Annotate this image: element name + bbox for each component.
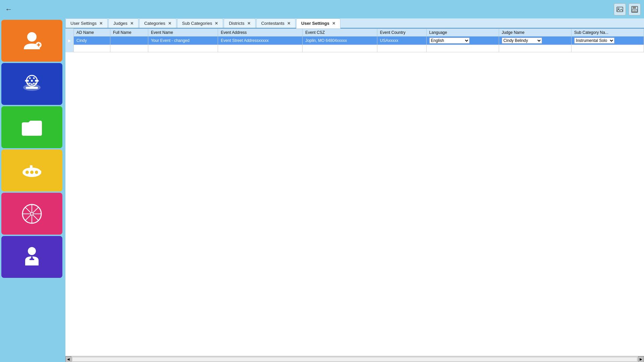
tab-close-sub-categories[interactable]: ✕ — [215, 21, 218, 26]
row-arrow — [65, 45, 74, 52]
cell-event-address[interactable] — [218, 45, 303, 52]
top-right-icons — [614, 3, 641, 15]
svg-point-18 — [31, 83, 33, 85]
sidebar-item-contestants[interactable] — [1, 236, 62, 278]
col-full-name: Full Name — [110, 29, 148, 37]
col-arrow — [65, 29, 74, 37]
svg-rect-0 — [617, 7, 623, 12]
cell-ad-name[interactable] — [74, 45, 110, 52]
svg-point-27 — [30, 171, 34, 174]
svg-rect-10 — [26, 87, 38, 89]
col-event-country: Event Country — [377, 29, 426, 37]
svg-point-20 — [25, 80, 27, 81]
cell-sub-category-name[interactable] — [571, 45, 644, 52]
tab-close-contestants[interactable]: ✕ — [287, 21, 290, 26]
svg-point-37 — [28, 247, 36, 255]
cell-event-name[interactable]: Your Event - changed — [148, 37, 218, 45]
cell-sub-category-name[interactable]: Instrumental Solo — [571, 37, 644, 45]
cell-full-name[interactable] — [110, 45, 148, 52]
svg-point-28 — [35, 171, 38, 174]
cell-full-name[interactable] — [110, 37, 148, 45]
table-container[interactable]: AD Name Full Name Event Name Event Addre… — [65, 28, 644, 356]
judge-name-select[interactable]: Cindy Belindy — [502, 38, 542, 44]
row-arrow: ▶ — [65, 37, 74, 45]
tab-close-user-settings-2[interactable]: ✕ — [332, 21, 335, 26]
cell-judge-name[interactable] — [499, 45, 571, 52]
col-sub-category-name: Sub Category Na... — [571, 29, 644, 37]
sidebar-item-user-settings[interactable] — [1, 20, 62, 62]
col-event-address: Event Address — [218, 29, 303, 37]
svg-point-17 — [27, 82, 29, 84]
col-judge-name: Judge Name — [499, 29, 571, 37]
tab-user-settings-1[interactable]: User Settings ✕ — [65, 18, 108, 28]
sidebar-item-sub-categories[interactable] — [1, 149, 62, 191]
svg-point-36 — [31, 213, 33, 215]
svg-point-8 — [38, 44, 40, 46]
svg-point-16 — [33, 77, 35, 79]
top-bar: ← — [0, 0, 644, 18]
cell-ad-name[interactable]: Cindy — [74, 37, 110, 45]
svg-point-13 — [31, 80, 33, 82]
tab-districts[interactable]: Districts ✕ — [224, 18, 255, 28]
col-event-csz: Event CSZ — [303, 29, 377, 37]
tab-categories[interactable]: Categories ✕ — [139, 18, 176, 28]
scroll-left-arrow[interactable]: ◀ — [65, 356, 71, 362]
svg-rect-38 — [30, 259, 34, 260]
main-content: User Settings ✕ Judges ✕ Categories ✕ Su… — [65, 18, 644, 362]
tab-close-categories[interactable]: ✕ — [168, 21, 171, 26]
svg-point-15 — [29, 77, 31, 79]
cell-event-country[interactable]: USAxxxxx — [377, 37, 426, 45]
table-header-row: AD Name Full Name Event Name Event Addre… — [65, 29, 644, 37]
table-row[interactable]: ▶ Cindy Your Event - changed Event Stree… — [65, 37, 644, 45]
cell-judge-name[interactable]: Cindy Belindy — [499, 37, 571, 45]
scroll-track[interactable] — [72, 357, 637, 362]
svg-point-12 — [27, 80, 29, 82]
svg-rect-29 — [38, 171, 41, 173]
table-row[interactable] — [65, 45, 644, 52]
svg-point-14 — [35, 80, 37, 82]
sidebar-item-judges[interactable] — [1, 63, 62, 105]
cell-event-address[interactable]: Event Street Addressxxxxx — [218, 37, 303, 45]
cell-event-csz[interactable] — [303, 45, 377, 52]
svg-rect-5 — [633, 10, 636, 11]
sidebar-item-categories[interactable] — [1, 106, 62, 148]
col-event-name: Event Name — [148, 29, 218, 37]
svg-point-21 — [37, 80, 39, 81]
svg-rect-25 — [30, 165, 33, 170]
svg-point-26 — [25, 171, 29, 174]
cell-event-name[interactable] — [148, 45, 218, 52]
sub-category-select[interactable]: Instrumental Solo — [574, 38, 614, 44]
cell-language[interactable] — [426, 45, 499, 52]
tab-sub-categories[interactable]: Sub Categories ✕ — [177, 18, 223, 28]
sidebar — [0, 18, 64, 362]
horizontal-scrollbar[interactable]: ◀ ▶ — [65, 356, 644, 362]
scroll-right-arrow[interactable]: ▶ — [638, 356, 644, 362]
svg-point-23 — [33, 82, 35, 84]
svg-rect-3 — [633, 6, 636, 9]
cell-language[interactable]: English Spanish French — [426, 37, 499, 45]
tab-close-user-settings-1[interactable]: ✕ — [99, 21, 103, 26]
sidebar-item-districts[interactable] — [1, 193, 62, 235]
tab-user-settings-2[interactable]: User Settings ✕ — [296, 18, 340, 28]
cell-event-country[interactable] — [377, 45, 426, 52]
svg-point-22 — [29, 82, 31, 84]
tab-close-districts[interactable]: ✕ — [247, 21, 251, 26]
tab-contestants[interactable]: Contestants ✕ — [256, 18, 296, 28]
tabs-bar: User Settings ✕ Judges ✕ Categories ✕ Su… — [65, 18, 644, 28]
cell-event-csz[interactable]: Joplin, MO 64804xxxxx — [303, 37, 377, 45]
back-button[interactable]: ← — [3, 3, 15, 15]
image-icon[interactable] — [614, 3, 626, 15]
svg-point-19 — [35, 82, 37, 84]
tab-judges[interactable]: Judges ✕ — [108, 18, 139, 28]
data-table: AD Name Full Name Event Name Event Addre… — [65, 28, 644, 52]
svg-point-6 — [27, 32, 37, 42]
col-ad-name: AD Name — [74, 29, 110, 37]
col-language: Language — [426, 29, 499, 37]
language-select[interactable]: English Spanish French — [429, 38, 470, 44]
save-icon[interactable] — [629, 3, 641, 15]
tab-close-judges[interactable]: ✕ — [130, 21, 133, 26]
